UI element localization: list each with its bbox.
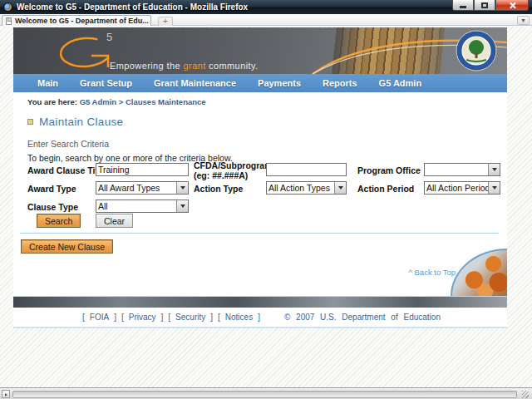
dropdown-arrow-icon (334, 182, 346, 194)
tagline-suffix: community. (206, 61, 259, 71)
new-tab-button[interactable]: + (158, 17, 173, 26)
bracket: [ (121, 313, 124, 322)
site-header-banner: 5 Empowering the grant community. (13, 27, 507, 74)
close-icon (509, 2, 516, 9)
maximize-icon (481, 2, 488, 8)
program-office-value (425, 164, 488, 175)
award-type-label: Award Type (27, 184, 76, 194)
tagline: Empowering the grant community. (110, 61, 259, 71)
dropdown-arrow-icon (176, 182, 188, 194)
notices-link[interactable]: Notices (225, 313, 253, 322)
clear-button[interactable]: Clear (96, 214, 133, 228)
action-type-label: Action Type (194, 184, 243, 194)
nav-item-grant-maintenance[interactable]: Grant Maintenance (143, 78, 247, 88)
foia-link[interactable]: FOIA (90, 313, 109, 322)
minimize-button[interactable] (452, 0, 474, 11)
g5-logo (58, 36, 113, 69)
breadcrumb-prefix: You are here: (27, 97, 77, 106)
bracket: ] (114, 313, 116, 322)
nav-item-grant-setup[interactable]: Grant Setup (69, 78, 143, 88)
copyright-text: © 2007 U.S. Department of Education (284, 313, 441, 322)
browser-tab[interactable]: Welcome to G5 - Department of Edu... (2, 15, 151, 26)
firefox-icon (3, 2, 12, 12)
bracket: ] (210, 313, 213, 322)
dropdown-arrow-icon (488, 164, 500, 175)
department-of-education-seal (456, 30, 497, 71)
close-button[interactable] (495, 0, 529, 11)
program-office-select[interactable] (424, 163, 500, 176)
window-controls (452, 0, 529, 11)
site-footer: [FOIA] [Privacy] [Security] [Notices] © … (13, 308, 507, 327)
nav-item-g5-admin[interactable]: G5 Admin (368, 78, 433, 88)
minimize-icon (460, 6, 466, 8)
section-bullet-icon (27, 119, 33, 125)
window-title: Welcome to G5 - Department of Education … (17, 2, 248, 12)
nav-item-reports[interactable]: Reports (312, 78, 368, 88)
bracket: [ (168, 313, 170, 322)
action-type-select[interactable]: All Action Types (266, 181, 347, 195)
tagline-prefix: Empowering the (110, 61, 184, 71)
section-heading: Enter Search Criteria (27, 139, 109, 149)
privacy-link[interactable]: Privacy (129, 313, 156, 322)
security-link[interactable]: Security (175, 313, 205, 322)
action-type-value: All Action Types (267, 182, 334, 194)
cfda-label-line1: CFDA/Subprogram (194, 160, 273, 170)
nav-item-payments[interactable]: Payments (247, 78, 312, 88)
resize-grip-icon[interactable] (522, 391, 529, 398)
maximize-button[interactable] (474, 0, 495, 11)
main-content: You are here: G5 Admin > Clauses Mainten… (13, 92, 507, 296)
browser-window: Welcome to G5 - Department of Education … (0, 0, 532, 399)
window-titlebar: Welcome to G5 - Department of Education … (0, 0, 532, 14)
tab-title: Welcome to G5 - Department of Edu... (15, 17, 149, 25)
g5-logo-numeral: 5 (106, 31, 113, 43)
footer-links: [FOIA] [Privacy] [Security] [Notices] (80, 313, 263, 322)
cfda-label-line2: (eg: ##.###A) (194, 170, 273, 180)
page-background: 5 Empowering the grant community. Main G… (0, 27, 532, 387)
award-clause-title-input[interactable] (96, 163, 189, 176)
action-period-value: All Action Periods (425, 182, 488, 194)
breadcrumb: You are here: G5 Admin > Clauses Mainten… (27, 97, 206, 106)
bracket: ] (161, 313, 164, 322)
program-office-label: Program Office (357, 165, 421, 175)
dropdown-arrow-icon (176, 200, 188, 212)
bracket: [ (82, 313, 85, 322)
page-title: Maintain Clause (39, 116, 123, 128)
action-period-label: Action Period (357, 184, 414, 194)
bracket: ] (258, 313, 260, 322)
cfda-subprogram-label: CFDA/Subprogram (eg: ##.###A) (194, 160, 273, 180)
bracket: [ (218, 313, 220, 322)
statusbar-toggle-button[interactable] (2, 390, 10, 398)
tab-list-button[interactable]: ▼ (517, 16, 530, 25)
status-bar (0, 387, 532, 399)
statusbar-field (12, 391, 517, 398)
tagline-accent: grant (184, 61, 206, 71)
clause-type-label: Clause Type (27, 202, 78, 212)
award-clause-title-label: Award Clause Title (27, 165, 106, 175)
cfda-subprogram-input[interactable] (266, 163, 347, 176)
tab-bar: Welcome to G5 - Department of Edu... + ▼ (0, 14, 532, 26)
back-to-top-link[interactable]: ^ Back to Top (408, 268, 456, 277)
g5-page: 5 Empowering the grant community. Main G… (13, 27, 507, 328)
clause-type-select[interactable]: All (96, 200, 189, 213)
clause-type-value: All (96, 200, 176, 212)
classroom-chairs-image (451, 249, 507, 296)
award-type-select[interactable]: All Award Types (96, 181, 189, 195)
action-period-select[interactable]: All Action Periods (424, 181, 500, 195)
section-divider (20, 233, 499, 234)
page-favicon (6, 17, 12, 25)
award-type-value: All Award Types (96, 182, 176, 194)
dropdown-arrow-icon (488, 182, 500, 194)
nav-item-main[interactable]: Main (27, 78, 69, 88)
page-title-row: Maintain Clause (27, 116, 123, 128)
search-button[interactable]: Search (37, 214, 81, 228)
breadcrumb-path[interactable]: G5 Admin > Clauses Maintenance (80, 97, 206, 106)
create-new-clause-button[interactable]: Create New Clause (21, 239, 113, 254)
main-nav: Main Grant Setup Grant Maintenance Payme… (13, 74, 507, 92)
footer-photo-strip (13, 296, 507, 308)
